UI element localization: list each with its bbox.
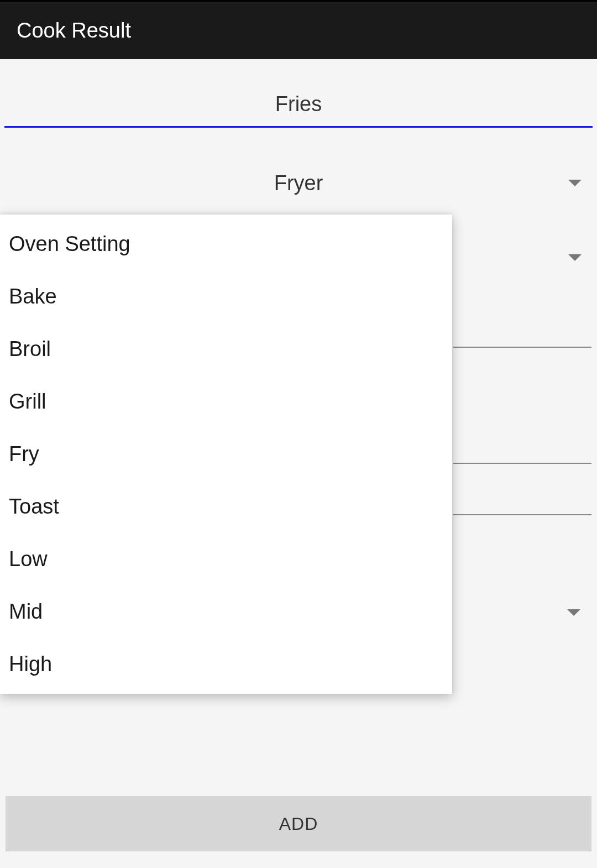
dropdown-option-toast[interactable]: Toast (0, 480, 452, 533)
food-name-row (4, 81, 593, 128)
dropdown-option-high[interactable]: High (0, 638, 452, 691)
add-button[interactable]: ADD (6, 796, 591, 851)
dropdown-option-broil[interactable]: Broil (0, 323, 452, 375)
oven-setting-dropdown-menu[interactable]: Oven Setting Bake Broil Grill Fry Toast … (0, 215, 452, 694)
divider (453, 514, 591, 515)
appliance-label: Fryer (4, 171, 593, 195)
dropdown-option-low[interactable]: Low (0, 533, 452, 585)
chevron-down-icon (568, 180, 582, 186)
dropdown-option-fry[interactable]: Fry (0, 428, 452, 480)
chevron-down-icon (567, 608, 580, 618)
appliance-dropdown[interactable]: Fryer (4, 158, 593, 208)
divider (453, 463, 591, 464)
page-title: Cook Result (17, 19, 131, 43)
dropdown-option-mid[interactable]: Mid (0, 585, 452, 638)
dropdown-option-bake[interactable]: Bake (0, 270, 452, 323)
food-name-input[interactable] (4, 81, 593, 128)
dropdown-option-grill[interactable]: Grill (0, 375, 452, 428)
dropdown-option-oven-setting[interactable]: Oven Setting (0, 218, 452, 270)
chevron-down-icon (568, 254, 582, 261)
divider (453, 347, 591, 348)
app-bar: Cook Result (0, 2, 597, 59)
